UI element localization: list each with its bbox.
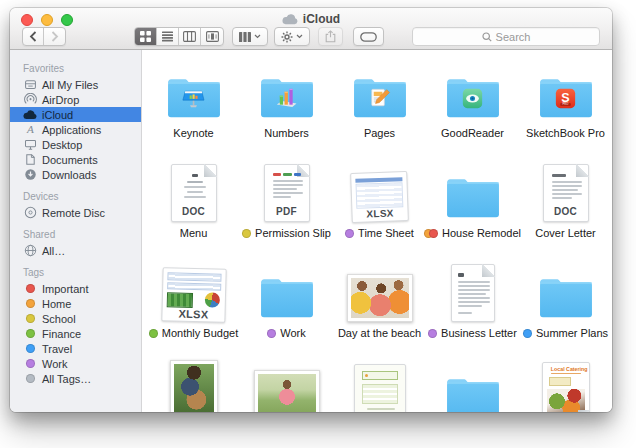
grid-item-keynote[interactable]: Keynote [147,58,240,158]
grid-item-label-text: Permission Slip [255,227,331,239]
sidebar-item-all-my-files[interactable]: All My Files [10,77,141,92]
puppy-photo-icon [170,360,218,412]
grid-item-house-remodel[interactable]: House Remodel [426,158,519,258]
numbers-folder-icon [256,72,318,122]
sidebar-item-label: Desktop [42,139,82,151]
forward-button[interactable] [44,28,65,45]
grid-item-label: House Remodel [424,227,521,239]
sidebar-item-label: Remote Disc [42,207,105,219]
goodreader-folder-icon [442,72,504,122]
tag-dots [424,229,438,238]
tag-dot-icon [149,329,158,338]
grid-item-label: Numbers [264,127,309,139]
sidebar-item-finance[interactable]: Finance [10,326,141,341]
sidebar-item-documents[interactable]: Documents [10,152,141,167]
grid-item-label: SketchBook Pro [526,127,605,139]
sidebar-section-title: Tags [10,262,141,281]
gear-icon [281,31,293,43]
sidebar-item-all[interactable]: All… [10,243,141,258]
sidebar-item-desktop[interactable]: Desktop [10,137,141,152]
arrange-button[interactable] [232,27,268,46]
grid-item-work[interactable]: Work [240,258,333,358]
icon-view-button[interactable] [135,28,157,45]
grid-item-goodreader[interactable]: GoodReader [426,58,519,158]
grid-item-label: Menu [180,227,208,239]
xlsx-file-icon: XLSX [161,267,226,323]
grid-item-menu[interactable]: DOCMenu [147,158,240,258]
grid-view-icon [140,31,151,42]
grid-item-cover-letter[interactable]: DOCCover Letter [519,158,612,258]
file-type-badge: DOC [172,206,216,217]
sidebar-section-title: Favorites [10,58,141,77]
airdrop-icon [23,93,37,106]
column-view-button[interactable] [179,28,201,45]
tag-dot-icon [428,329,437,338]
search-icon [482,32,492,42]
search-input[interactable]: Search [412,27,600,46]
window-body: FavoritesAll My FilesAirDropiCloudAAppli… [10,50,612,412]
sidebar-item-travel[interactable]: Travel [10,341,141,356]
tag-dot-icon [23,357,37,370]
grid-item-pages[interactable]: Pages [333,58,426,158]
tag-dots [267,329,276,338]
sidebar-section-title: Devices [10,186,141,205]
grid-item-folder[interactable] [426,358,519,412]
downloads-icon [23,168,37,181]
grid-item-day-at-the-beach[interactable]: Day at the beach [333,258,426,358]
sidebar-item-label: Finance [42,328,81,340]
sidebar-item-important[interactable]: Important [10,281,141,296]
all-my-files-icon [23,78,37,91]
tag-dot-icon [23,327,37,340]
back-button[interactable] [23,28,44,45]
sidebar-item-school[interactable]: School [10,311,141,326]
pdf-file-icon: PDF [264,164,310,222]
grid-item-label: Pages [364,127,395,139]
tag-dot-icon [429,229,438,238]
documents-icon [23,153,37,166]
sidebar-item-label: School [42,313,76,325]
doc-file-icon: DOC [543,164,589,222]
grid-item-file-certificate[interactable] [333,358,426,412]
grid-item-business-letter[interactable]: Business Letter [426,258,519,358]
sidebar-item-work[interactable]: Work [10,356,141,371]
grid-item-sketchbook-pro[interactable]: SPROSketchBook Pro [519,58,612,158]
grid-item-label-text: Cover Letter [535,227,596,239]
grid-item-summer-plans[interactable]: Summer Plans [519,258,612,358]
sidebar-item-downloads[interactable]: Downloads [10,167,141,182]
coverflow-view-button[interactable] [201,28,223,45]
list-view-button[interactable] [157,28,179,45]
sidebar-item-icloud[interactable]: iCloud [10,107,141,122]
sidebar-item-remote-disc[interactable]: Remote Disc [10,205,141,220]
grid-item-label: Monthly Budget [149,327,238,339]
grid-item-time-sheet[interactable]: XLSXTime Sheet [333,158,426,258]
catering-file-icon: Local Catering [542,362,590,412]
file-grid: KeynoteNumbersPagesGoodReaderSPROSketchB… [142,50,612,412]
sidebar-item-label: iCloud [42,109,73,121]
sidebar-section-favorites: FavoritesAll My FilesAirDropiCloudAAppli… [10,58,141,182]
action-menu-button[interactable] [274,27,310,46]
sidebar-item-home[interactable]: Home [10,296,141,311]
icloud-icon [23,108,37,121]
grid-item-photo-puppy[interactable] [147,358,240,412]
grid-item-label-text: Monthly Budget [162,327,238,339]
grid-item-permission-slip[interactable]: PDFPermission Slip [240,158,333,258]
grid-item-photo-girl[interactable] [240,358,333,412]
grid-item-monthly-budget[interactable]: XLSXMonthly Budget [147,258,240,358]
tags-button[interactable] [353,27,384,46]
list-view-icon [162,31,173,42]
share-button[interactable] [318,27,343,46]
tag-dot-icon [23,297,37,310]
xlsx-file-icon: XLSX [350,171,409,223]
grid-item-file-catering[interactable]: Local Catering [519,358,612,412]
sidebar-item-airdrop[interactable]: AirDrop [10,92,141,107]
grid-item-numbers[interactable]: Numbers [240,58,333,158]
share-icon [325,30,336,43]
tag-dot-icon [345,229,354,238]
sidebar-item-label: Documents [42,154,98,166]
tag-dots [428,329,437,338]
sidebar-item-all-tags[interactable]: All Tags… [10,371,141,386]
nav-buttons [22,27,66,46]
arrange-icon [239,32,251,42]
sidebar-item-applications[interactable]: AApplications [10,122,141,137]
grid-item-label-text: Summer Plans [536,327,608,339]
